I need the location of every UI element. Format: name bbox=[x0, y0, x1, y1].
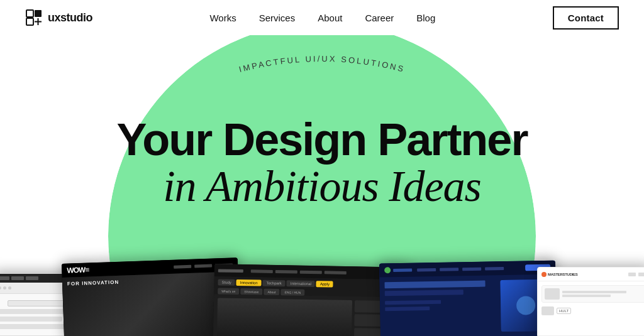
nav-blog[interactable]: Blog bbox=[416, 13, 435, 23]
nav-about[interactable]: About bbox=[318, 13, 342, 23]
headline-line1: Your Design Partner bbox=[39, 117, 605, 162]
curved-text-svg: IMPACTFUL UI/UX SOLUTIONS bbox=[171, 43, 473, 93]
logo-text: uxstudio bbox=[48, 11, 92, 24]
nav-career[interactable]: Career bbox=[365, 13, 394, 23]
curved-text: IMPACTFUL UI/UX SOLUTIONS bbox=[238, 54, 406, 74]
header: uxstudio Works Services About Career Blo… bbox=[0, 0, 644, 35]
svg-rect-0 bbox=[26, 10, 33, 17]
logo-icon bbox=[25, 9, 43, 26]
nav-services[interactable]: Services bbox=[259, 13, 296, 23]
curved-text-container: IMPACTFUL UI/UX SOLUTIONS bbox=[165, 43, 479, 93]
svg-rect-1 bbox=[35, 10, 42, 17]
screenshot-5: MASTERSTUDIES bbox=[537, 267, 644, 336]
main-nav: Works Services About Career Blog bbox=[209, 13, 435, 23]
contact-button[interactable]: Contact bbox=[553, 6, 619, 30]
logo[interactable]: uxstudio bbox=[25, 9, 92, 26]
screenshots-row: WOW≡ FOR INNOVATION bbox=[0, 248, 644, 336]
headline-container: Your Design Partner in Ambitious Ideas bbox=[39, 117, 605, 210]
hero-section: IMPACTFUL UI/UX SOLUTIONS Your Design Pa… bbox=[0, 35, 644, 336]
screenshot-4 bbox=[379, 261, 557, 336]
svg-rect-2 bbox=[26, 18, 33, 25]
headline-line2: in Ambitious Ideas bbox=[39, 162, 605, 210]
svg-text:IMPACTFUL UI/UX SOLUTIONS: IMPACTFUL UI/UX SOLUTIONS bbox=[238, 54, 406, 74]
nav-works[interactable]: Works bbox=[209, 13, 236, 23]
